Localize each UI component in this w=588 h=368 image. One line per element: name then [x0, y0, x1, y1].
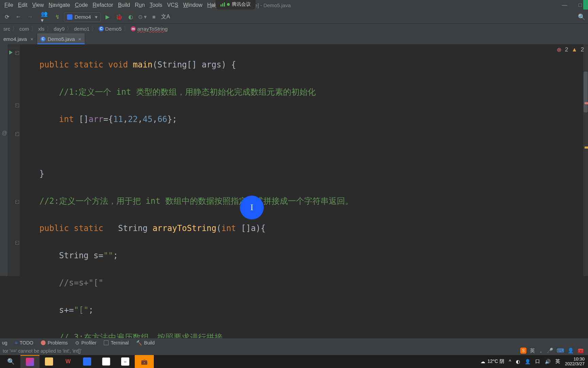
forward-button[interactable]: → [25, 12, 35, 22]
left-gutter-strip: @ [0, 44, 8, 276]
bc-demo1[interactable]: demo1 [72, 26, 91, 32]
weather-widget[interactable]: ☁ 12°C 阴 [480, 358, 504, 365]
editor-scrollbar[interactable] [583, 44, 588, 276]
search-icon[interactable]: 🔍 [1, 355, 20, 368]
bc-class[interactable]: CDemo5 [97, 26, 123, 32]
taskbar-notes[interactable] [97, 355, 116, 368]
error-count: 2 [565, 46, 568, 53]
coverage-button[interactable]: ◐ [126, 12, 135, 22]
tab-demo5[interactable]: C Demo5.java × [37, 33, 85, 44]
ime-lang[interactable]: 英 [530, 348, 535, 354]
menu-edit[interactable]: Edit [16, 2, 30, 8]
method-badge-icon: m [131, 26, 136, 31]
fold-icon[interactable] [15, 241, 19, 245]
signal-bars-icon [220, 2, 225, 6]
taskbar-wps[interactable]: W [59, 355, 78, 368]
menu-file[interactable]: File [2, 2, 16, 8]
close-icon[interactable]: × [30, 36, 33, 42]
run-config-selector[interactable]: Demo4 [64, 12, 101, 22]
tab-label: emo4.java [3, 36, 27, 42]
menu-vcs[interactable]: VCS [165, 2, 181, 8]
profile-button[interactable]: ⊙ ▾ [137, 12, 147, 22]
keyboard-icon[interactable]: ⌨ [557, 348, 564, 354]
user-icon[interactable]: 👤 [568, 348, 574, 354]
menu-build[interactable]: Build [116, 2, 133, 8]
weather-text: 12°C 阴 [487, 358, 504, 365]
menu-tools[interactable]: Tools [147, 2, 165, 8]
users-icon[interactable]: 👥 ▾ [41, 12, 50, 22]
sogou-icon[interactable]: S [520, 348, 526, 354]
speaker-icon[interactable]: 🔊 [545, 359, 551, 364]
menu-navigate[interactable]: Navigate [46, 2, 72, 8]
menu-refactor[interactable]: Refactor [90, 2, 115, 8]
scroll-thumb[interactable] [584, 72, 588, 112]
class-badge-icon: C [40, 36, 46, 42]
tab-profiler[interactable]: ⊙Profiler [75, 340, 96, 346]
annotation-icon[interactable]: @ [2, 130, 7, 136]
menu-view[interactable]: View [30, 2, 46, 8]
ime-punct[interactable]: ， [538, 348, 543, 354]
taskbar-intellij[interactable] [20, 355, 39, 368]
windows-taskbar: 🔍 W ∞ 💼 ☁ 12°C 阴 ^ ◐ 👤 口 🔊 英 10:30 2022/… [0, 355, 588, 368]
tray-chevron-up-icon[interactable]: ^ [509, 359, 511, 364]
ime-toolbar[interactable]: S 英 ， 🎤 ⌨ 👤 🧰 [516, 346, 588, 355]
cloud-icon: ☁ [480, 359, 485, 364]
taskbar-tencent-meeting[interactable] [78, 355, 97, 368]
close-icon[interactable]: × [78, 36, 81, 42]
bc-day9[interactable]: day9 [52, 26, 66, 32]
meeting-label: 腾讯会议 [232, 1, 251, 7]
inspection-summary[interactable]: ⊗2 ▲2 [557, 46, 584, 53]
tab-todo[interactable]: ≡TODO [15, 340, 33, 346]
menu-window[interactable]: Window [181, 2, 205, 8]
code-editor[interactable]: public static void main(String[] args) {… [20, 44, 588, 276]
back-button[interactable]: ← [14, 12, 23, 22]
fold-icon[interactable] [15, 51, 19, 55]
tool-window-tabs: ug ≡TODO Problems ⊙Profiler Terminal 🔨Bu… [0, 338, 588, 347]
tab-debug[interactable]: ug [2, 340, 7, 346]
error-icon [41, 340, 46, 345]
editor-gutter [8, 44, 20, 276]
bc-src[interactable]: src [2, 26, 12, 32]
fold-icon[interactable] [15, 132, 19, 136]
tab-build[interactable]: 🔨Build [136, 340, 154, 346]
run-button[interactable]: ▶ [103, 12, 112, 22]
tray-person-icon[interactable]: 👤 [525, 359, 530, 364]
warning-marker[interactable] [585, 147, 588, 149]
tab-demo4[interactable]: emo4.java × [0, 33, 37, 44]
ime-lang-tray[interactable]: 英 [555, 358, 560, 365]
run-gutter-icon[interactable] [9, 50, 13, 55]
translate-icon[interactable]: 文A [161, 12, 170, 22]
minimize-button[interactable]: — [557, 0, 572, 10]
tools-icon[interactable]: 🧰 [577, 348, 584, 354]
warning-count: 2 [581, 46, 584, 53]
search-everywhere-icon[interactable]: 🔍 [578, 13, 585, 21]
menu-code[interactable]: Code [72, 2, 90, 8]
tencent-meeting-pill[interactable]: 腾讯会议 [216, 0, 256, 10]
build-button[interactable]: ↯ [52, 12, 62, 22]
fold-icon[interactable] [15, 200, 19, 204]
bc-xls[interactable]: xls [37, 26, 46, 32]
tray-theme-icon[interactable]: ◐ [516, 359, 520, 364]
stop-button[interactable]: ■ [149, 12, 159, 22]
mic-icon[interactable]: 🎤 [547, 348, 553, 354]
config-badge-icon [67, 14, 72, 20]
debug-button[interactable]: 🐞 [114, 12, 124, 22]
network-icon[interactable]: 口 [535, 358, 540, 365]
menubar: File Edit View Navigate Code Refactor Bu… [0, 0, 588, 10]
bc-com[interactable]: com [18, 26, 30, 32]
class-badge-icon: C [99, 26, 104, 31]
terminal-icon [104, 340, 109, 345]
sync-icon[interactable]: ⟳ [2, 12, 12, 22]
taskbar-briefcase[interactable]: 💼 [135, 355, 154, 368]
tab-terminal[interactable]: Terminal [104, 340, 129, 346]
error-marker[interactable] [585, 102, 588, 104]
tab-problems[interactable]: Problems [41, 340, 68, 346]
clock[interactable]: 10:30 2022/3/27 [565, 357, 585, 367]
menu-run[interactable]: Run [132, 2, 147, 8]
tab-label: Demo5.java [48, 36, 75, 42]
taskbar-explorer[interactable] [39, 355, 59, 368]
taskbar-baidu[interactable]: ∞ [116, 355, 135, 368]
fold-icon[interactable] [15, 104, 19, 107]
run-config-name: Demo4 [75, 14, 91, 20]
bc-method[interactable]: marrayToString [129, 26, 169, 32]
